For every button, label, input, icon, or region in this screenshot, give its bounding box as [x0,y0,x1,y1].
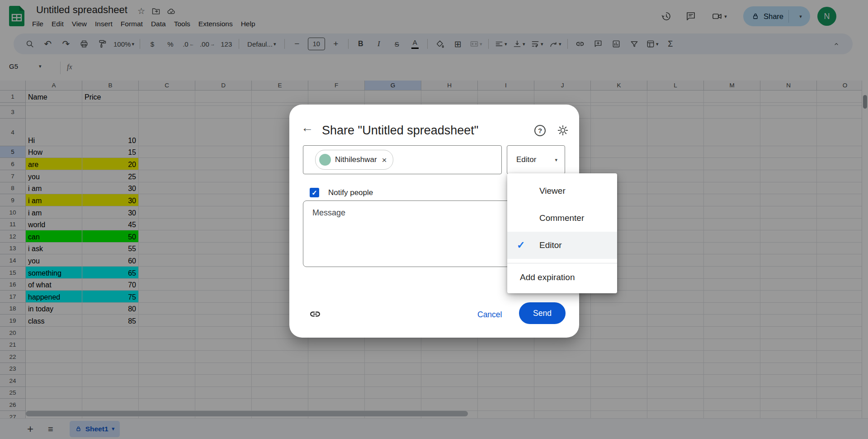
chip-remove-icon[interactable]: × [382,156,387,164]
notify-checkbox[interactable]: ✓ [310,188,319,197]
role-caret-icon: ▾ [555,157,557,162]
dialog-title: Share "Untitled spreadsheet" [322,124,478,138]
chip-avatar [319,154,331,166]
send-button[interactable]: Send [519,302,566,324]
sheets-app: Untitled spreadsheet ☆ File Edit View In… [0,0,868,439]
role-selected-label: Editor [516,155,536,164]
role-menu-item-editor[interactable]: ✓ Editor [507,232,617,259]
role-select-button[interactable]: Editor ▾ [507,145,565,174]
cancel-button[interactable]: Cancel [471,307,508,322]
help-icon[interactable]: ? [534,125,546,136]
recipient-chip[interactable]: Nithileshwar × [315,150,393,170]
role-menu-item-viewer[interactable]: Viewer [507,177,617,205]
recipient-input[interactable]: Nithileshwar × [303,145,502,174]
back-arrow-icon[interactable]: ← [301,122,313,134]
chip-name: Nithileshwar [335,155,377,164]
copy-link-icon[interactable] [309,308,321,320]
role-menu: Viewer Commenter ✓ Editor Add expiration [507,173,617,293]
notify-label: Notify people [328,188,373,197]
role-menu-item-commenter[interactable]: Commenter [507,205,617,232]
check-icon: ✓ [517,239,525,251]
notify-people-row: ✓ Notify people [310,188,373,197]
settings-gear-icon[interactable] [557,124,569,136]
role-menu-item-add-expiration[interactable]: Add expiration [507,263,617,291]
